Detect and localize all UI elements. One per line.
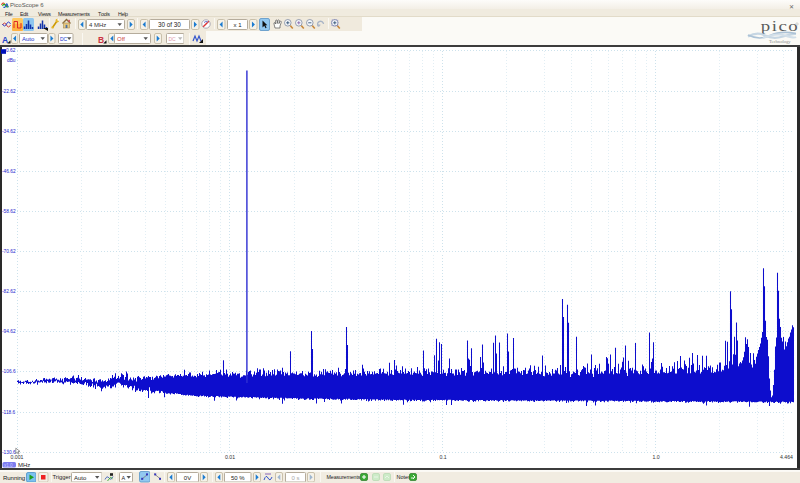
svg-text:A: A: [121, 474, 125, 480]
svg-text:-70.62: -70.62: [2, 249, 16, 254]
svg-text:0.01: 0.01: [225, 454, 235, 460]
svg-text:0.62: 0.62: [6, 48, 16, 53]
svg-text:dBu: dBu: [7, 58, 16, 63]
svg-text:Auto: Auto: [74, 474, 87, 480]
svg-text:4.464: 4.464: [780, 454, 793, 460]
svg-text:50 %: 50 %: [231, 474, 245, 480]
svg-text:0.1: 0.1: [439, 454, 446, 460]
svg-text:-46.62: -46.62: [2, 169, 16, 174]
svg-text:-106.6: -106.6: [2, 369, 16, 374]
svg-text:-34.62: -34.62: [2, 129, 16, 134]
svg-text:-118.6: -118.6: [2, 410, 16, 415]
svg-text:-22.62: -22.62: [2, 89, 16, 94]
svg-text:x1.0: x1.0: [4, 463, 13, 468]
svg-text:0V: 0V: [184, 474, 191, 480]
svg-text:-82.62: -82.62: [2, 289, 16, 294]
svg-text:-58.62: -58.62: [2, 209, 16, 214]
svg-text:1.0: 1.0: [652, 454, 659, 460]
svg-text:0 s: 0 s: [291, 474, 299, 480]
svg-text:0.001: 0.001: [11, 454, 24, 460]
svg-text:-94.62: -94.62: [2, 329, 16, 334]
svg-text:MHz: MHz: [18, 462, 30, 468]
